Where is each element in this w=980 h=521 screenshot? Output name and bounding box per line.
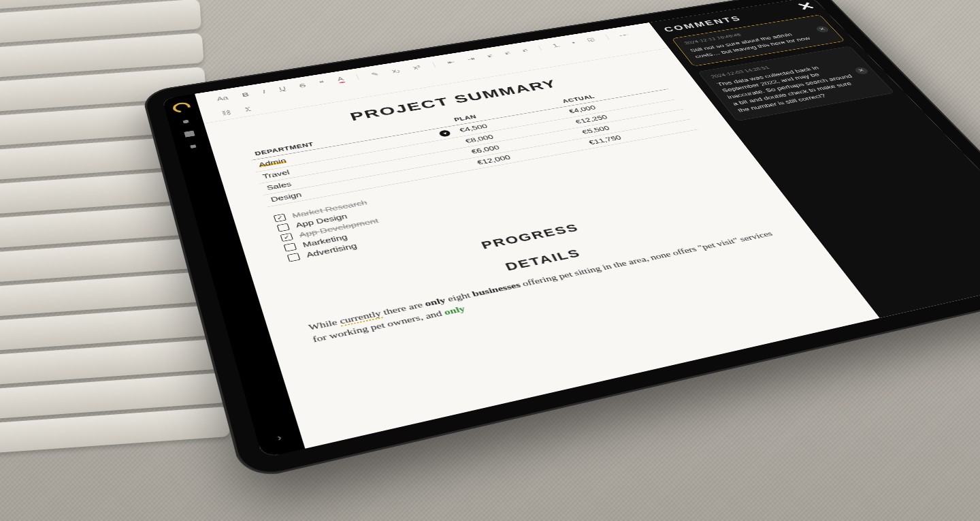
highlighter-button[interactable]: ✎ <box>370 71 380 78</box>
italic-button[interactable]: I <box>262 89 267 95</box>
superscript-button[interactable]: x² <box>412 64 421 70</box>
ordered-list-button[interactable]: 1. <box>551 42 561 48</box>
align-left-button[interactable]: ≡ <box>486 53 494 59</box>
formula-button[interactable]: Σ <box>244 106 252 113</box>
checkbox-icon[interactable] <box>277 223 290 232</box>
app-logo-icon <box>169 101 194 114</box>
checkbox-icon[interactable] <box>287 253 301 262</box>
delete-comment-icon[interactable]: ✕ <box>814 25 830 33</box>
checkbox-icon[interactable]: ✓ <box>274 214 287 222</box>
bold-button[interactable]: B <box>241 91 250 98</box>
sidebar-dot-icon[interactable] <box>183 120 189 124</box>
checkbox-icon[interactable] <box>284 243 297 252</box>
strike-button[interactable]: S <box>298 82 306 89</box>
checkbox-icon[interactable]: ✓ <box>280 233 293 242</box>
hr-button[interactable]: — <box>618 31 630 37</box>
tablet-device: › Aa B I U S ❝ A ✎ x₂ x² ⇤ <box>141 0 980 481</box>
bullet-list-button[interactable]: • <box>570 40 576 46</box>
delete-comment-icon[interactable]: ✕ <box>853 67 870 75</box>
link-button[interactable]: ⛓ <box>220 109 231 116</box>
align-right-button[interactable]: ≡ <box>521 48 529 54</box>
align-center-button[interactable]: ≡ <box>504 50 512 57</box>
sidebar-square-icon[interactable] <box>184 131 195 138</box>
subscript-button[interactable]: x₂ <box>391 67 402 74</box>
sidebar-collapse-icon[interactable]: › <box>276 432 282 443</box>
underline-button[interactable]: U <box>278 86 287 93</box>
checklist-button[interactable]: ☑ <box>585 37 596 43</box>
font-button[interactable]: Aa <box>216 95 229 102</box>
quote-button[interactable]: ❝ <box>318 80 325 86</box>
outdent-button[interactable]: ⇤ <box>446 59 456 65</box>
sidebar-dot2-icon[interactable] <box>190 144 196 148</box>
indent-button[interactable]: ⇥ <box>466 56 476 62</box>
row-expand-icon[interactable]: ▾ <box>438 129 452 137</box>
comment-text: This data was collected back in Septembe… <box>715 60 870 114</box>
text-color-button[interactable]: A <box>336 76 345 83</box>
